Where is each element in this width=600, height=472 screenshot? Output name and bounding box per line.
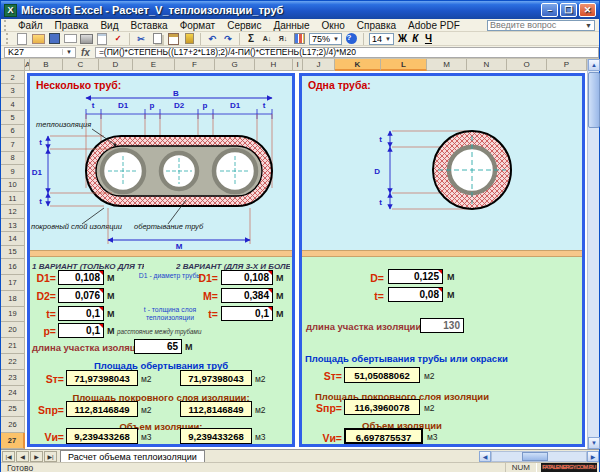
col-header[interactable]: P [547, 59, 587, 71]
spr-result[interactable]: 116,3960078 [344, 399, 420, 415]
d-input[interactable]: 0,125 [388, 269, 443, 284]
row-header[interactable]: 18 [1, 291, 25, 307]
save-icon[interactable] [47, 32, 62, 45]
font-size-combo[interactable]: 14 ▼ [369, 33, 394, 45]
tab-first-icon[interactable]: |◀ [2, 451, 15, 462]
tb-input[interactable]: 0,1 [221, 306, 273, 321]
vi-result-2[interactable]: 9,239433268 [180, 428, 252, 444]
open-file-icon[interactable] [31, 32, 46, 45]
t-input[interactable]: 0,08 [388, 287, 443, 302]
sort-descending-icon[interactable]: Я↓ [276, 32, 291, 45]
row-header-selected[interactable]: 27 [1, 433, 25, 449]
vertical-scrollbar[interactable]: ▲ ▼ [587, 59, 599, 449]
row-header[interactable]: 20 [1, 322, 25, 338]
menu-window[interactable]: Окно [316, 20, 351, 31]
col-header[interactable]: H [255, 59, 293, 71]
row-header[interactable]: 3 [1, 84, 25, 97]
col-header[interactable]: D [99, 59, 133, 71]
scroll-left-icon[interactable]: ◀ [479, 451, 491, 462]
row-header[interactable]: 21 [1, 338, 25, 354]
scroll-right-icon[interactable]: ▶ [587, 451, 599, 462]
row-header[interactable]: 22 [1, 354, 25, 370]
zoom-combo[interactable]: 75% ▼ [309, 33, 342, 45]
menu-format[interactable]: Формат [174, 20, 222, 31]
menu-adobe-pdf[interactable]: Adobe PDF [402, 20, 466, 31]
row-header[interactable]: 25 [1, 401, 25, 417]
menu-view[interactable]: Вид [94, 20, 124, 31]
row-header[interactable]: 26 [1, 417, 25, 433]
vi-result-1[interactable]: 9,239433268 [66, 428, 138, 444]
col-header[interactable]: I [293, 59, 303, 71]
undo-icon[interactable]: ↶ [205, 32, 220, 45]
ask-question-box[interactable]: Введите вопрос ▼ [487, 20, 595, 31]
col-header[interactable]: J [303, 59, 335, 71]
insert-function-icon[interactable]: fx [81, 47, 90, 58]
col-header[interactable]: G [215, 59, 255, 71]
col-header[interactable]: B [30, 59, 63, 71]
horizontal-scroll-track[interactable] [491, 451, 587, 462]
menu-help[interactable]: Справка [351, 20, 402, 31]
length-input[interactable]: 65 [134, 339, 182, 354]
menu-data[interactable]: Данные [267, 20, 315, 31]
row-header[interactable]: 13 [1, 219, 25, 232]
row-header[interactable]: 17 [1, 275, 25, 291]
row-header[interactable]: 24 [1, 386, 25, 402]
chart-wizard-icon[interactable] [292, 32, 307, 45]
col-header[interactable]: N [467, 59, 507, 71]
underline-button[interactable]: Ч [422, 33, 435, 44]
spelling-icon[interactable]: ✓ [111, 32, 126, 45]
row-header[interactable]: 8 [1, 152, 25, 165]
col-header-selected[interactable]: L [381, 59, 427, 71]
col-header[interactable]: E [133, 59, 175, 71]
bold-button[interactable]: Ж [396, 33, 409, 44]
formula-input[interactable]: =(ПИ()*СТЕПЕНЬ((L17+2*L18);2)/4-ПИ()*СТЕ… [95, 47, 599, 58]
sheet-tab-active[interactable]: Расчет объема теплоизоляции [60, 450, 205, 462]
row-header[interactable]: 6 [1, 125, 25, 138]
row-header[interactable]: 23 [1, 370, 25, 386]
close-button[interactable]: ✕ [579, 3, 596, 17]
length-input[interactable]: 130 [420, 318, 464, 333]
tab-last-icon[interactable]: ▶| [44, 451, 57, 462]
row-header[interactable]: 9 [1, 165, 25, 178]
horizontal-scroll-thumb[interactable] [522, 452, 548, 461]
row-header[interactable]: 7 [1, 138, 25, 151]
vertical-scroll-thumb[interactable] [588, 72, 600, 128]
st-result-1[interactable]: 71,97398043 [66, 370, 138, 386]
minimize-button[interactable]: – [541, 3, 558, 17]
d2-input[interactable]: 0,076 [58, 288, 104, 303]
select-all-corner[interactable] [1, 59, 25, 71]
format-painter-icon[interactable] [182, 32, 197, 45]
cut-icon[interactable]: ✂ [134, 32, 149, 45]
m-input[interactable]: 0,384 [221, 288, 273, 303]
row-header[interactable]: 5 [1, 111, 25, 124]
col-header[interactable]: O [507, 59, 547, 71]
sort-ascending-icon[interactable]: А↓ [260, 32, 275, 45]
print-preview-icon[interactable] [95, 32, 110, 45]
horizontal-scrollbar[interactable]: ◀ ▶ [479, 450, 599, 462]
redo-icon[interactable]: ↷ [221, 32, 236, 45]
menu-file[interactable]: Файл [12, 20, 49, 31]
row-header[interactable]: 4 [1, 98, 25, 111]
name-box[interactable]: K27 ▼ [4, 47, 76, 58]
scroll-up-icon[interactable]: ▲ [588, 59, 600, 71]
row-header[interactable]: 11 [1, 192, 25, 205]
row-header[interactable]: 12 [1, 205, 25, 218]
row-header[interactable]: 14 [1, 232, 25, 245]
t-input[interactable]: 0,1 [58, 306, 104, 321]
paste-icon[interactable] [166, 32, 181, 45]
row-header[interactable]: 19 [1, 307, 25, 323]
spr-result-1[interactable]: 112,8146849 [66, 401, 138, 417]
maximize-button[interactable]: ❐ [560, 3, 577, 17]
email-icon[interactable] [63, 32, 78, 45]
autosum-icon[interactable]: Σ [244, 32, 259, 45]
col-header[interactable]: C [63, 59, 99, 71]
menu-edit[interactable]: Правка [49, 20, 95, 31]
col-header-selected[interactable]: K [335, 59, 381, 71]
help-icon[interactable]: ? [344, 32, 359, 45]
vi-result-selected-cell[interactable]: 6,697875537 [344, 428, 423, 444]
tab-prev-icon[interactable]: ◀ [16, 451, 29, 462]
spr-result-2[interactable]: 112,8146849 [180, 401, 252, 417]
p-input[interactable]: 0,1 [58, 323, 104, 338]
row-header[interactable]: 15 [1, 246, 25, 259]
col-header[interactable]: M [427, 59, 467, 71]
